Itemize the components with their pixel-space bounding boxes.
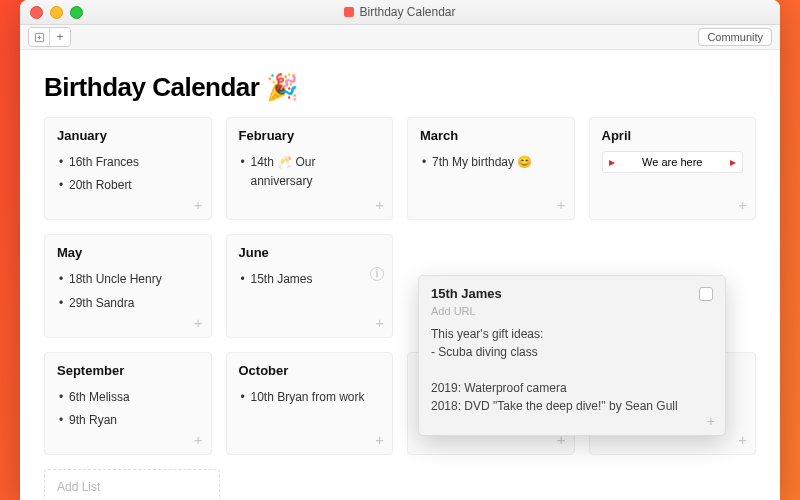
month-card-april[interactable]: April ▸ We are here ▸ + [589,117,757,220]
list-item[interactable]: 9th Ryan [57,409,199,432]
popover-url-field[interactable]: Add URL [431,305,713,317]
add-item-button[interactable]: + [375,196,384,213]
community-button[interactable]: Community [698,28,772,46]
month-title: September [57,363,199,378]
page-title: Birthday Calendar 🎉 [44,72,756,103]
month-card-january[interactable]: January 16th Frances 20th Robert + [44,117,212,220]
completion-checkbox[interactable] [699,287,713,301]
flag-icon: ▸ [730,155,736,169]
new-card-button[interactable] [29,28,49,46]
list-item[interactable]: 16th Frances [57,151,199,174]
list-item[interactable]: 29th Sandra [57,292,199,315]
month-title: March [420,128,562,143]
month-card-september[interactable]: September 6th Melissa 9th Ryan + [44,352,212,455]
window-controls [30,6,83,19]
item-popover: 15th James Add URL This year's gift idea… [418,275,726,436]
month-title: February [239,128,381,143]
popover-title[interactable]: 15th James [431,286,502,301]
month-card-june[interactable]: June 15th James i + [226,234,394,337]
popover-notes[interactable]: This year's gift ideas: - Scuba diving c… [431,325,713,415]
list-item[interactable]: 14th 🥂 Our anniversary [239,151,381,193]
list-item[interactable]: 7th My birthday 😊 [420,151,562,174]
close-icon[interactable] [30,6,43,19]
list-item[interactable]: 10th Bryan from work [239,386,381,409]
month-card-may[interactable]: May 18th Uncle Henry 29th Sandra + [44,234,212,337]
zoom-icon[interactable] [70,6,83,19]
month-title: April [602,128,744,143]
marker-label: We are here [642,156,702,168]
toolbar: + Community [20,25,780,50]
add-button[interactable]: + [49,28,70,46]
add-item-button[interactable]: + [194,314,203,331]
month-title: October [239,363,381,378]
list-item[interactable]: 18th Uncle Henry [57,268,199,291]
month-card-october[interactable]: October 10th Bryan from work + [226,352,394,455]
toolbar-segment: + [28,27,71,47]
info-icon[interactable]: i [370,267,384,281]
list-item[interactable]: 20th Robert [57,174,199,197]
current-month-marker: ▸ We are here ▸ [602,151,744,173]
add-item-button[interactable]: + [557,196,566,213]
titlebar: Birthday Calendar [20,0,780,25]
minimize-icon[interactable] [50,6,63,19]
app-icon [344,7,354,17]
month-title: May [57,245,199,260]
list-item[interactable]: 15th James [239,268,381,291]
window-title-text: Birthday Calendar [359,5,455,19]
add-item-button[interactable]: + [194,431,203,448]
add-item-button[interactable]: + [194,196,203,213]
list-item[interactable]: 6th Melissa [57,386,199,409]
add-item-button[interactable]: + [375,431,384,448]
month-card-february[interactable]: February 14th 🥂 Our anniversary + [226,117,394,220]
add-item-button[interactable]: + [738,431,747,448]
add-item-button[interactable]: + [375,314,384,331]
window-title: Birthday Calendar [344,5,455,19]
app-window: Birthday Calendar + Community Birthday C… [20,0,780,500]
popover-add-button[interactable]: + [707,413,715,429]
add-item-button[interactable]: + [738,196,747,213]
month-card-march[interactable]: March 7th My birthday 😊 + [407,117,575,220]
month-title: June [239,245,381,260]
add-list-button[interactable]: Add List [44,469,220,500]
month-title: January [57,128,199,143]
flag-icon: ▸ [609,155,615,169]
